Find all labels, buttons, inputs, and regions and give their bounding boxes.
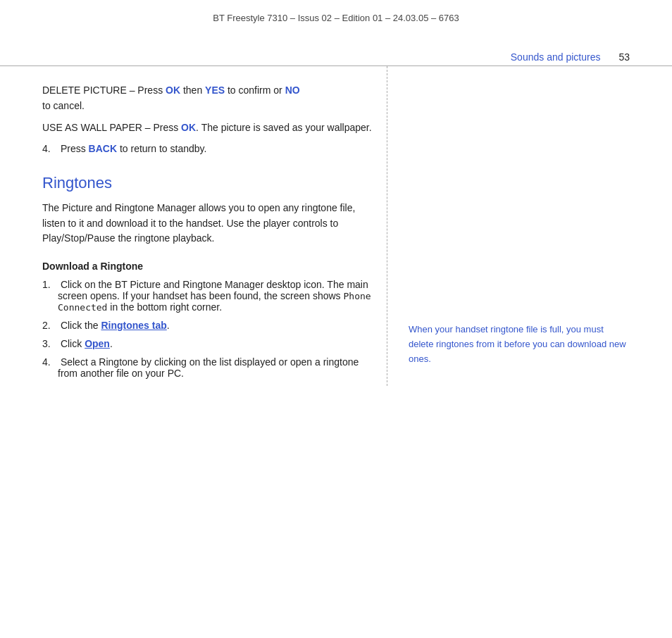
step-3: 3. Click Open. [42,338,373,349]
step2-num: 2. [42,320,58,331]
step-1: 1. Click on the BT Picture and Ringtone … [42,279,373,313]
step4-text: Press BACK to return to standby. [58,143,206,154]
download-steps: 1. Click on the BT Picture and Ringtone … [42,279,373,379]
delete-ok-keyword: OK [166,85,180,96]
side-column: When your handset ringtone file is full,… [387,66,630,386]
section-header-area: Sounds and pictures 53 [0,51,672,63]
wallpaper-prefix: USE AS WALL PAPER – Press [42,122,181,133]
step4-dl-num: 4. [42,356,58,368]
step3-num: 3. [42,338,58,349]
delete-picture-text: DELETE PICTURE – Press OK then YES to co… [42,83,373,113]
delete-picture-prefix: DELETE PICTURE – Press [42,85,166,96]
step4-back: 4. Press BACK to return to standby. [42,143,373,154]
content-area: DELETE PICTURE – Press OK then YES to co… [0,66,672,386]
phone-connected-label: Phone Connected [58,291,371,313]
ringtones-tab-link[interactable]: Ringtones tab [101,320,166,331]
delete-then: then [180,85,205,96]
side-note: When your handset ringtone file is full,… [409,323,630,366]
delete-yes-keyword: YES [205,85,225,96]
ringtones-title: Ringtones [42,174,373,192]
step4-num: 4. [42,143,58,154]
delete-cancel: to cancel. [42,100,85,111]
wallpaper-text: USE AS WALL PAPER – Press OK. The pictur… [42,120,373,136]
page-number: 53 [618,51,630,63]
step1-text: Click on the BT Picture and Ringtone Man… [58,279,373,313]
wallpaper-ok-keyword: OK [181,122,196,133]
step2-text: Click the Ringtones tab. [58,320,170,331]
step3-text: Click Open. [58,338,113,349]
wallpaper-suffix: . The picture is saved as your wallpaper… [196,122,372,133]
ringtones-description: The Picture and Ringtone Manager allows … [42,201,373,246]
delete-or: to confirm or [225,85,285,96]
delete-no-keyword: NO [285,85,300,96]
step1-num: 1. [42,279,58,290]
open-link[interactable]: Open [85,338,110,349]
download-heading: Download a Ringtone [42,261,373,272]
step-2: 2. Click the Ringtones tab. [42,320,373,331]
step-4: 4. Select a Ringtone by clicking on the … [42,356,373,379]
back-keyword: BACK [89,143,117,154]
page-header: BT Freestyle 7310 – Issus 02 – Edition 0… [0,0,672,30]
step4-dl-text: Select a Ringtone by clicking on the lis… [58,356,373,379]
main-column: DELETE PICTURE – Press OK then YES to co… [42,66,387,386]
section-title: Sounds and pictures [511,51,601,63]
